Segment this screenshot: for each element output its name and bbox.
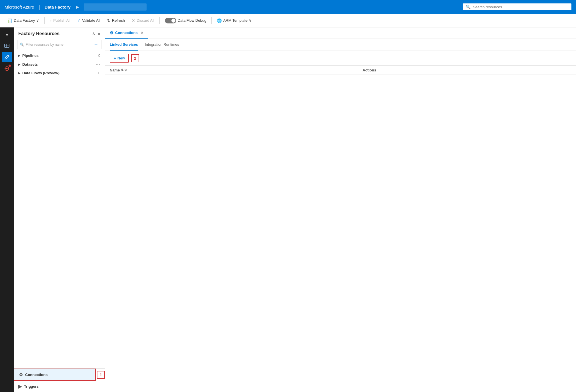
new-btn-label: New [117,56,125,60]
annotation-label-1: 1 [97,371,105,379]
discard-all-button[interactable]: ✕ Discard All [129,17,157,25]
tab-connections[interactable]: ⚙ Connections ✕ [105,27,148,39]
pipelines-count: 0 [98,54,100,58]
svg-rect-0 [5,44,9,47]
dataflows-arrow: ▶ [18,71,21,75]
datasets-left: ▶ Datasets [18,62,38,67]
icon-sidebar: » [0,27,14,392]
integration-runtimes-label: Integration Runtimes [145,42,179,47]
resources-header-actions: ∧ « [92,31,100,36]
tab-bar: ⚙ Connections ✕ [105,27,576,39]
linked-services-label: Linked Services [110,42,138,47]
breadcrumb-input[interactable] [84,3,147,11]
double-chevron-icon[interactable]: « [98,31,100,36]
top-bar: Microsoft Azure | Data Factory ▶ 🔍 [0,0,576,14]
datasets-arrow: ▶ [18,63,21,66]
connections-panel: Linked Services Integration Runtimes + N… [105,39,576,392]
integration-runtimes-tab[interactable]: Integration Runtimes [145,39,179,51]
discard-icon: ✕ [132,18,135,23]
publish-all-label: Publish All [53,18,70,23]
toggle-knob [171,19,175,23]
sidebar-btn-table[interactable] [2,41,12,51]
resources-header: Factory Resources ∧ « [14,27,105,39]
dropdown-icon: ∨ [36,18,39,23]
datasets-more[interactable]: ··· [96,62,100,67]
refresh-button[interactable]: ↻ Refresh [104,17,128,25]
pipelines-left: ▶ Pipelines [18,53,39,58]
arm-template-label: ARM Template [223,18,247,23]
name-header-label: Name [110,68,120,72]
toggle-switch[interactable] [165,18,176,23]
publish-icon: ↑ [50,18,52,23]
resources-search-input[interactable] [26,43,91,47]
sort-icon[interactable]: ⇅ [121,68,123,72]
brand-label: Microsoft Azure [5,5,34,9]
toolbar: 📊 Data Factory ∨ ↑ Publish All ✓ Validat… [0,14,576,27]
pipelines-label: Pipelines [22,53,39,58]
pipelines-arrow: ▶ [18,54,21,57]
search-icon: 🔍 [466,5,471,9]
triggers-icon: ▶ [18,384,22,389]
search-input[interactable] [473,5,569,9]
pipelines-tree-item[interactable]: ▶ Pipelines 0 [14,51,105,60]
sep2 [159,17,160,24]
dataflows-count: 0 [98,71,100,75]
annotation-label-2: 2 [131,54,139,62]
search-box-icon: 🔍 [20,43,24,47]
sidebar-btn-monitor[interactable] [2,63,12,74]
refresh-label: Refresh [112,18,125,23]
validate-all-button[interactable]: ✓ Validate All [74,17,103,25]
triggers-nav-item[interactable]: ▶ Triggers [14,381,105,392]
datasets-tree-item[interactable]: ▶ Datasets ··· [14,60,105,69]
tree-section: ▶ Pipelines 0 ▶ Datasets ··· ▶ Data Flow… [14,51,105,368]
resources-search-box: 🔍 + [17,40,101,49]
sidebar-btn-pencil[interactable] [2,52,12,62]
sep3 [211,17,212,24]
name-column-header: Name ⇅ ▽ [105,66,358,75]
notification-badge [9,65,11,67]
arm-dropdown-icon: ∨ [249,18,252,23]
connections-nav-item[interactable]: ⚙ Connections [14,369,96,381]
add-resource-btn[interactable]: + [93,41,99,48]
connections-row: ⚙ Connections 1 [14,369,105,381]
arm-icon: 🌐 [217,18,222,23]
resources-title: Factory Resources [18,31,59,36]
validate-all-label: Validate All [82,18,100,23]
chart-icon: 📊 [7,18,12,23]
connections-toolbar: + New 2 [105,51,576,66]
content-area: ⚙ Connections ✕ Linked Services Integrat… [105,27,576,392]
connections-icon: ⚙ [19,372,23,377]
datasets-label: Datasets [22,62,38,67]
dataflows-tree-item[interactable]: ▶ Data Flows (Preview) 0 [14,69,105,77]
connections-tabs: Linked Services Integration Runtimes [105,39,576,51]
dataflows-left: ▶ Data Flows (Preview) [18,71,59,75]
tab-connections-icon: ⚙ [110,31,113,35]
data-factory-label: Data Factory [14,18,35,23]
collapse-icon[interactable]: ∧ [92,31,95,36]
resources-panel: Factory Resources ∧ « 🔍 + ▶ Pipelines 0 … [14,27,105,392]
search-bar: 🔍 [463,3,571,10]
refresh-icon: ↻ [107,18,111,23]
new-linked-service-btn[interactable]: + New [110,54,129,63]
dataflows-label: Data Flows (Preview) [22,71,59,75]
validate-icon: ✓ [77,18,81,23]
sidebar-expand-btn[interactable]: » [0,30,14,39]
discard-all-label: Discard All [137,18,154,23]
data-factory-menu[interactable]: 📊 Data Factory ∨ [5,17,42,25]
filter-icon[interactable]: ▽ [125,68,127,72]
publish-all-button[interactable]: ↑ Publish All [47,17,73,25]
arm-template-menu[interactable]: 🌐 ARM Template ∨ [214,17,255,25]
app-name-label: Data Factory [45,5,71,9]
linked-services-table: Name ⇅ ▽ Actions [105,66,576,75]
sep1 [44,17,45,24]
data-flow-debug-label: Data Flow Debug [178,18,206,23]
linked-services-tab[interactable]: Linked Services [110,39,138,51]
triggers-nav-label: Triggers [24,384,39,389]
tab-close-btn[interactable]: ✕ [141,31,143,35]
bottom-panel: ⚙ Connections 1 ▶ Triggers [14,368,105,392]
actions-column-header: Actions [358,66,576,75]
main-layout: » Factory Resources ∧ « 🔍 + [0,27,576,392]
connections-nav-label: Connections [25,373,48,377]
new-btn-plus-icon: + [114,56,116,61]
data-flow-debug-toggle[interactable]: Data Flow Debug [162,16,209,25]
